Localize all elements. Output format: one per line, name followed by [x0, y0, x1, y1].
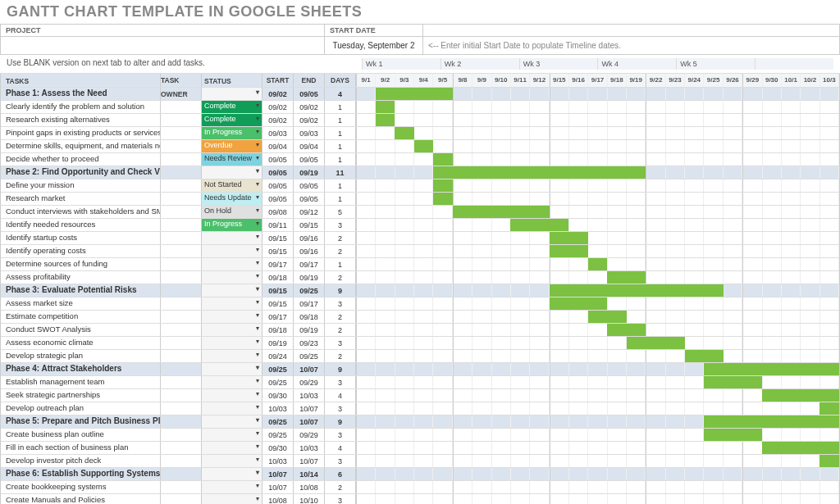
task-owner[interactable]	[161, 337, 202, 349]
task-owner[interactable]	[161, 140, 202, 152]
task-name[interactable]: Conduct interviews with stakeholders and…	[1, 206, 161, 218]
status-dropdown[interactable]: Not Started	[202, 179, 262, 192]
end-date-cell[interactable]: 10/10	[294, 494, 325, 504]
start-date-cell[interactable]: 09/02	[262, 114, 294, 126]
end-date-cell[interactable]: 09/05	[294, 193, 325, 205]
task-name[interactable]: Define your mission	[1, 179, 161, 192]
task-owner[interactable]	[161, 127, 202, 139]
task-owner[interactable]	[161, 114, 202, 126]
end-date-cell[interactable]: 10/07	[294, 363, 325, 375]
end-date-cell[interactable]: 09/02	[294, 101, 325, 113]
status-dropdown[interactable]	[202, 232, 262, 244]
end-date-cell[interactable]: 10/14	[294, 468, 325, 480]
task-name[interactable]: Research existing alternatives	[1, 114, 161, 126]
task-name[interactable]: Determine sources of funding	[1, 258, 161, 270]
status-dropdown[interactable]	[202, 271, 262, 284]
status-dropdown[interactable]	[202, 468, 262, 480]
task-owner[interactable]	[161, 455, 202, 467]
task-name[interactable]: Establish management team	[1, 376, 161, 388]
start-date-cell[interactable]: 09/18	[262, 271, 294, 284]
phase-row[interactable]: Phase 1: Assess the Need09/0209/054	[1, 88, 839, 101]
start-date-cell[interactable]: 09/05	[262, 193, 294, 205]
task-row[interactable]: Identify startup costs09/1509/162	[1, 232, 839, 245]
status-dropdown[interactable]	[202, 284, 262, 297]
status-dropdown[interactable]	[202, 389, 262, 402]
task-name[interactable]: Research market	[1, 193, 161, 205]
start-date-cell[interactable]: 09/11	[262, 219, 294, 231]
task-owner[interactable]	[161, 402, 202, 415]
task-owner[interactable]	[161, 297, 202, 310]
status-dropdown[interactable]: Complete	[202, 101, 262, 113]
task-name[interactable]: Develop strategic plan	[1, 350, 161, 362]
start-date-cell[interactable]: 09/18	[262, 324, 294, 336]
end-date-cell[interactable]: 09/17	[294, 258, 325, 270]
task-name[interactable]: Estimate competition	[1, 311, 161, 323]
end-date-cell[interactable]: 09/25	[294, 350, 325, 362]
task-row[interactable]: Identify operating costs09/1509/162	[1, 245, 839, 258]
status-dropdown[interactable]	[202, 324, 262, 336]
task-name[interactable]: Conduct SWOT Analysis	[1, 324, 161, 336]
start-date-cell[interactable]: 09/04	[262, 140, 294, 152]
start-date-cell[interactable]: 10/08	[262, 494, 294, 504]
end-date-cell[interactable]: 10/08	[294, 481, 325, 493]
task-owner[interactable]	[161, 101, 202, 113]
status-dropdown[interactable]	[202, 481, 262, 493]
start-date-cell[interactable]: 09/08	[262, 206, 294, 218]
status-dropdown[interactable]: In Progress	[202, 127, 262, 139]
status-dropdown[interactable]: Needs Update	[202, 193, 262, 205]
task-name[interactable]: Develop outreach plan	[1, 402, 161, 415]
start-date-cell[interactable]: 09/17	[262, 258, 294, 270]
end-date-cell[interactable]: 09/29	[294, 429, 325, 441]
task-row[interactable]: Create Manuals and Policies10/0810/103	[1, 494, 839, 504]
task-name[interactable]: Determine skills, equipment, and materia…	[1, 140, 161, 152]
task-row[interactable]: Create bookkeeping systems10/0710/082	[1, 481, 839, 494]
task-owner[interactable]	[161, 389, 202, 402]
task-owner[interactable]	[161, 468, 202, 480]
start-date-cell[interactable]: 09/03	[262, 127, 294, 139]
task-name[interactable]: Phase 1: Assess the Need	[1, 88, 161, 100]
status-dropdown[interactable]	[202, 429, 262, 441]
task-name[interactable]: Create business plan outline	[1, 429, 161, 441]
status-dropdown[interactable]	[202, 245, 262, 257]
task-name[interactable]: Assess profitability	[1, 271, 161, 284]
phase-row[interactable]: Phase 5: Prepare and Pitch Business Plan…	[1, 415, 839, 429]
task-owner[interactable]	[161, 271, 202, 284]
task-owner[interactable]	[161, 193, 202, 205]
task-name[interactable]: Develop investor pitch deck	[1, 455, 161, 467]
task-row[interactable]: Seek strategic partnerships09/3010/034	[1, 389, 839, 402]
status-dropdown[interactable]	[202, 494, 262, 504]
status-dropdown[interactable]	[202, 258, 262, 270]
status-dropdown[interactable]: Complete	[202, 114, 262, 126]
task-owner[interactable]	[161, 350, 202, 362]
task-row[interactable]: Identify needed resourcesIn Progress09/1…	[1, 219, 839, 232]
task-row[interactable]: Estimate competition09/1709/182	[1, 311, 839, 324]
start-date-cell[interactable]: 10/07	[262, 481, 294, 493]
task-row[interactable]: Assess market size09/1509/173	[1, 297, 839, 311]
start-date-cell[interactable]: 09/25	[262, 376, 294, 388]
end-date-cell[interactable]: 09/12	[294, 206, 325, 218]
status-dropdown[interactable]: In Progress	[202, 219, 262, 231]
task-row[interactable]: Develop outreach plan10/0310/073	[1, 402, 839, 415]
end-date-cell[interactable]: 09/23	[294, 337, 325, 349]
end-date-cell[interactable]: 09/19	[294, 271, 325, 284]
task-name[interactable]: Create bookkeeping systems	[1, 481, 161, 493]
task-name[interactable]: Clearly identify the problem and solutio…	[1, 101, 161, 113]
task-owner[interactable]	[161, 258, 202, 270]
start-date-cell[interactable]: 09/30	[262, 442, 294, 454]
start-date-cell[interactable]: 09/15	[262, 284, 294, 297]
task-owner[interactable]	[161, 429, 202, 441]
task-name[interactable]: Pinpoint gaps in existing products or se…	[1, 127, 161, 139]
task-row[interactable]: Pinpoint gaps in existing products or se…	[1, 127, 839, 140]
end-date-cell[interactable]: 09/29	[294, 376, 325, 388]
end-date-cell[interactable]: 10/07	[294, 455, 325, 467]
start-date-cell[interactable]: 09/30	[262, 389, 294, 402]
task-name[interactable]: Phase 4: Attract Stakeholders	[1, 363, 161, 375]
task-name[interactable]: Assess market size	[1, 297, 161, 310]
start-date-cell[interactable]: 10/03	[262, 455, 294, 467]
task-owner[interactable]	[161, 376, 202, 388]
end-date-cell[interactable]: 09/05	[294, 88, 325, 100]
task-row[interactable]: Research existing alternativesComplete09…	[1, 114, 839, 127]
start-date-cell[interactable]: 09/02	[262, 88, 294, 100]
task-name[interactable]: Identify needed resources	[1, 219, 161, 231]
task-name[interactable]: Identify operating costs	[1, 245, 161, 257]
